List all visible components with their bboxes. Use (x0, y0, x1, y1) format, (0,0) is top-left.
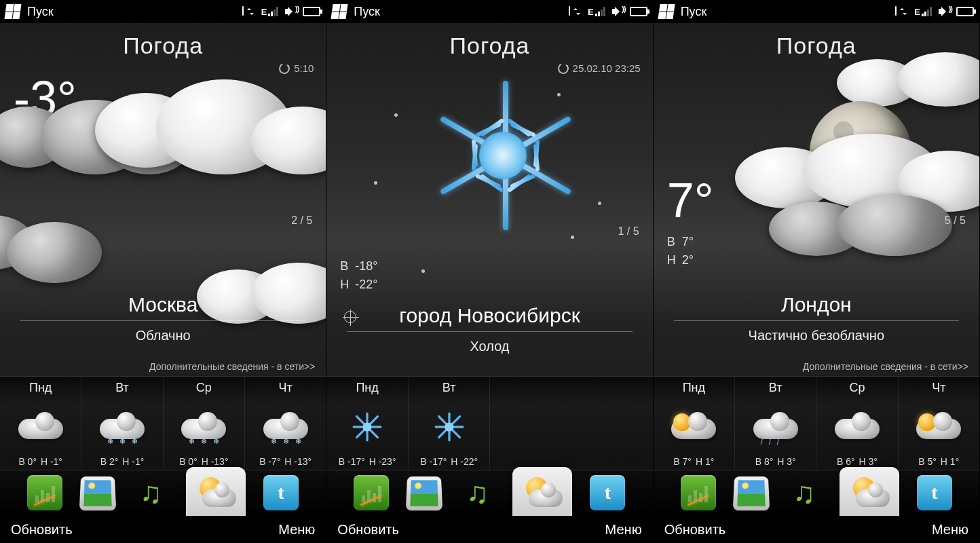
phone-screen: Пуск E )) Погода 5:10 (654, 0, 980, 543)
high-low: В7° Н2° (667, 233, 966, 269)
stocks-app-icon[interactable] (681, 475, 716, 510)
cloud-snow-icon: ❄ ❄ ❄ (248, 398, 323, 456)
start-label[interactable]: Пуск (354, 5, 380, 19)
forecast-day[interactable]: Пнд В 0° Н -1° (0, 377, 81, 470)
twitter-app-icon[interactable]: t (917, 475, 952, 510)
softkey-bar: Обновить Меню (654, 516, 979, 543)
current-temp: -3° (14, 74, 312, 123)
forecast-empty (571, 377, 653, 470)
cloud-icon (819, 398, 894, 456)
snowflake-icon (329, 398, 405, 456)
cloud-snow-icon: ❄ ❄ ❄ (84, 398, 159, 456)
weather-app-icon[interactable] (186, 467, 246, 516)
forecast-strip[interactable]: Пнд В 0° Н -1° Вт ❄ ❄ ❄ В 2° Н -1° Ср ❄ … (0, 376, 326, 470)
page-title: Погода (0, 33, 326, 59)
battery-icon (956, 7, 974, 16)
softkey-right[interactable]: Меню (605, 522, 642, 538)
network-type-icon: E (914, 7, 932, 17)
battery-icon (630, 7, 647, 16)
city-pager: 5 / 5 (945, 214, 966, 227)
volume-icon[interactable]: )) (612, 7, 623, 16)
cell-signal-icon (242, 6, 255, 18)
forecast-empty (490, 377, 571, 470)
phone-screen: Пуск E )) Погода 5:10 (0, 0, 326, 543)
volume-icon[interactable]: )) (939, 7, 949, 16)
softkey-left[interactable]: Обновить (664, 522, 726, 538)
city-name[interactable]: город Новосибирск (347, 304, 632, 332)
snowflake-icon (411, 398, 487, 456)
city-name[interactable]: Москва (20, 293, 305, 321)
svg-point-9 (445, 422, 453, 431)
gps-icon (344, 311, 356, 323)
current-temp: 7° (667, 176, 966, 225)
windows-logo-icon[interactable] (658, 4, 675, 19)
volume-icon[interactable]: )) (285, 7, 296, 16)
softkey-right[interactable]: Меню (932, 522, 968, 538)
city-name[interactable]: Лондон (674, 293, 959, 321)
twitter-app-icon[interactable]: t (263, 475, 299, 510)
photos-app-icon[interactable] (406, 476, 442, 510)
condition-text: Облачно (0, 328, 326, 343)
status-bar: Пуск E )) (0, 0, 326, 23)
music-app-icon[interactable]: ♫ (133, 475, 168, 510)
high-low: В-2° Н-6° (14, 131, 312, 168)
cell-signal-icon (569, 6, 581, 18)
softkey-right[interactable]: Меню (278, 522, 315, 538)
page-title: Погода (326, 33, 652, 59)
rain-icon: / / / (738, 398, 813, 456)
windows-logo-icon[interactable] (4, 4, 21, 19)
forecast-day[interactable]: Чт ❄ ❄ ❄ В -7° Н -13° (245, 377, 326, 470)
windows-logo-icon[interactable] (331, 4, 348, 19)
phone-screen: Пуск E )) Погода 25.02.10 23:25 (326, 0, 653, 543)
photos-app-icon[interactable] (79, 476, 116, 510)
forecast-day[interactable]: Вт ❄ ❄ ❄ В 2° Н -1° (81, 377, 163, 470)
page-title: Погода (654, 33, 979, 59)
forecast-strip[interactable]: Пнд В -17° Н -23° Вт В -17° Н -22° (326, 376, 652, 470)
launcher-dock[interactable]: ♫ t (326, 470, 652, 516)
softkey-left[interactable]: Обновить (337, 522, 399, 538)
stocks-app-icon[interactable] (354, 475, 389, 510)
softkey-bar: Обновить Меню (326, 516, 652, 543)
twitter-app-icon[interactable]: t (590, 475, 625, 510)
city-pager: 2 / 5 (291, 214, 312, 227)
forecast-day[interactable]: Чт В 5° Н 1° (899, 377, 979, 470)
softkey-left[interactable]: Обновить (11, 522, 73, 538)
weather-app-icon[interactable] (840, 467, 899, 516)
battery-icon (303, 7, 320, 16)
cell-signal-icon (895, 6, 907, 18)
launcher-dock[interactable]: ♫ t (654, 470, 979, 516)
weather-panel[interactable]: Погода 5:10 (0, 23, 326, 376)
forecast-day[interactable]: Вт / / / В 8° Н 3° (735, 377, 816, 470)
condition-text: Частично безоблачно (654, 328, 979, 343)
status-bar: Пуск E )) (654, 0, 979, 23)
start-label[interactable]: Пуск (27, 5, 54, 19)
more-info-link[interactable]: Дополнительные сведения - в сети>> (0, 361, 315, 372)
forecast-day[interactable]: Пнд В -17° Н -23° (326, 377, 409, 470)
photos-app-icon[interactable] (733, 476, 770, 510)
music-app-icon[interactable]: ♫ (787, 475, 822, 510)
forecast-day[interactable]: Вт В -17° Н -22° (409, 377, 491, 470)
partly-sunny-icon (656, 398, 732, 456)
cloud-icon (3, 398, 78, 456)
city-pager: 1 / 5 (618, 225, 639, 238)
weather-app-icon[interactable] (512, 467, 572, 516)
weather-panel[interactable]: Погода 5:10 7° В7° Н2° (654, 23, 979, 376)
svg-point-4 (363, 422, 372, 431)
night-cloud-icon (901, 398, 977, 456)
stocks-app-icon[interactable] (27, 475, 62, 510)
network-type-icon: E (261, 7, 279, 17)
start-label[interactable]: Пуск (681, 5, 707, 19)
weather-panel[interactable]: Погода 25.02.10 23:25 (326, 23, 652, 376)
forecast-strip[interactable]: Пнд В 7° Н 1° Вт / / / В 8° Н 3° Ср В 6°… (654, 376, 979, 470)
cloud-snow-icon: ❄ ❄ ❄ (166, 398, 242, 456)
launcher-dock[interactable]: ♫ t (0, 470, 326, 516)
forecast-day[interactable]: Пнд В 7° Н 1° (654, 377, 735, 470)
more-info-link[interactable]: Дополнительные сведения - в сети>> (654, 361, 968, 372)
forecast-day[interactable]: Ср ❄ ❄ ❄ В 0° Н -13° (164, 377, 245, 470)
forecast-day[interactable]: Ср В 6° Н 3° (816, 377, 898, 470)
status-bar: Пуск E )) (326, 0, 652, 23)
network-type-icon: E (588, 7, 605, 17)
music-app-icon[interactable]: ♫ (459, 475, 495, 510)
condition-text: Холод (326, 339, 652, 354)
high-low: В-18° Н-22° (340, 257, 639, 294)
